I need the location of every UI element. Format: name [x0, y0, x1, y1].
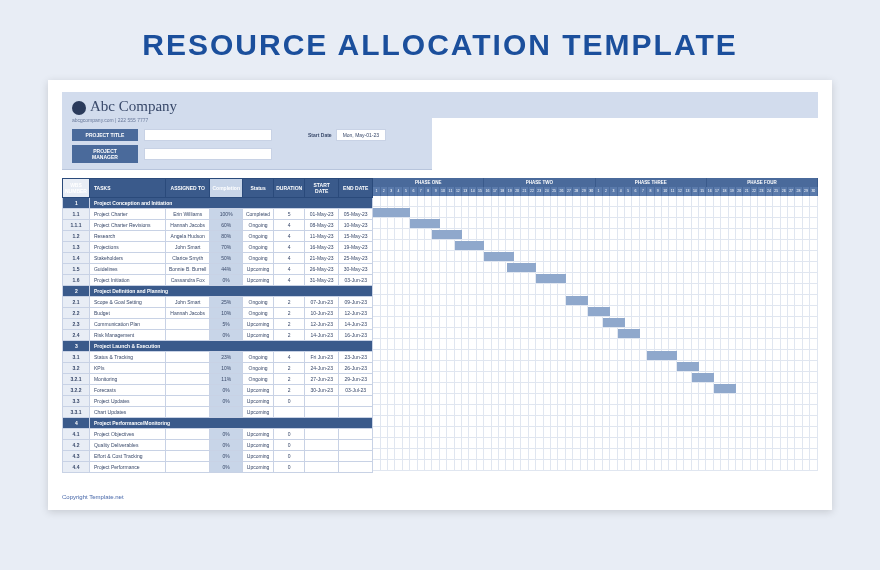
table-row[interactable]: 2.3Communication Plan5%Upcoming212-Jun-2… — [63, 319, 373, 330]
section-title: Project Definition and Planning — [89, 286, 372, 297]
table-row[interactable]: 4.2Quality Deliverables0%Upcoming0 — [63, 440, 373, 451]
gantt-row — [373, 240, 818, 251]
table-row[interactable]: 1.2ResearchAngela Hudson80%Ongoing411-Ma… — [63, 231, 373, 242]
table-row[interactable]: 3.3Project Updates0%Upcoming0 — [63, 396, 373, 407]
section-wbs: 4 — [63, 418, 90, 429]
table-row[interactable]: 1.1.1Project Charter RevisionsHannah Jac… — [63, 220, 373, 231]
gantt-row — [373, 427, 818, 438]
section-title: Project Performance/Monitoring — [89, 418, 372, 429]
gantt-grid — [373, 196, 818, 471]
table-row[interactable]: 1.4StakeholdersClarice Smyth50%Ongoing42… — [63, 253, 373, 264]
project-manager-label: PROJECT MANAGER — [72, 145, 138, 163]
project-manager-input[interactable] — [144, 148, 272, 160]
gantt-row — [373, 405, 818, 416]
table-row[interactable]: 1.6Project InitiationCassandra Fox0%Upco… — [63, 275, 373, 286]
project-title-input[interactable] — [144, 129, 272, 141]
phase-label: PHASE FOUR — [707, 178, 818, 187]
gantt-bar[interactable] — [647, 351, 677, 360]
gantt-row — [373, 196, 818, 207]
col-assigned: ASSIGNED TO — [165, 179, 210, 198]
gantt-row — [373, 383, 818, 394]
table-row[interactable]: 1.1Project CharterErin Williams100%Compl… — [63, 209, 373, 220]
gantt-row — [373, 295, 818, 306]
section-title: Project Launch & Execution — [89, 341, 372, 352]
gantt-bar[interactable] — [714, 384, 736, 393]
section-wbs: 2 — [63, 286, 90, 297]
table-row[interactable]: 2.1Scope & Goal SettingJohn Smart25%Ongo… — [63, 297, 373, 308]
page-title: RESOURCE ALLOCATION TEMPLATE — [0, 0, 880, 80]
table-row[interactable]: 3.1Status & Tracking23%Ongoing4Fri Jun-2… — [63, 352, 373, 363]
gantt-row — [373, 416, 818, 427]
gantt-bar[interactable] — [455, 241, 485, 250]
gantt-row — [373, 361, 818, 372]
company-subtitle: abcgcompany.com | 222 555 7777 — [72, 117, 422, 123]
table-row[interactable]: 3.2KPIs10%Ongoing224-Jun-2326-Jun-23 — [63, 363, 373, 374]
section-title: Project Conception and Initiation — [89, 198, 372, 209]
spreadsheet-sheet: Abc Company abcgcompany.com | 222 555 77… — [48, 80, 832, 510]
gantt-bar[interactable] — [692, 373, 714, 382]
col-status: Status — [242, 179, 273, 198]
table-row[interactable]: 3.2.2Forecasts0%Upcoming230-Jun-2303-Jul… — [63, 385, 373, 396]
table-row[interactable]: 2.2BudgetHannah Jacobs10%Ongoing210-Jun-… — [63, 308, 373, 319]
company-name: Abc Company — [90, 98, 177, 114]
company-header: Abc Company abcgcompany.com | 222 555 77… — [62, 92, 432, 170]
table-row[interactable]: 1.5GuidelinesBonnie B. Burrell44%Upcomin… — [63, 264, 373, 275]
gantt-bar[interactable] — [536, 274, 566, 283]
gantt-bar[interactable] — [410, 219, 440, 228]
gantt-bar[interactable] — [484, 252, 514, 261]
gantt-bar[interactable] — [618, 329, 640, 338]
table-row[interactable]: 4.1Project Objectives0%Upcoming0 — [63, 429, 373, 440]
copyright-footer: Copyright Template.net — [62, 494, 124, 500]
gantt-row — [373, 251, 818, 262]
gantt-row — [373, 229, 818, 240]
gantt-row — [373, 372, 818, 383]
phase-label: PHASE TWO — [484, 178, 595, 187]
task-table: WBS NUMBER TASKS ASSIGNED TO Completion … — [62, 178, 373, 473]
start-date-value[interactable]: Mon, May-01-23 — [336, 129, 386, 141]
gantt-row — [373, 273, 818, 284]
gantt-bar[interactable] — [432, 230, 462, 239]
col-tasks: TASKS — [89, 179, 165, 198]
gantt-bar[interactable] — [373, 208, 410, 217]
gantt-bar[interactable] — [507, 263, 537, 272]
gantt-bar[interactable] — [603, 318, 625, 327]
table-row[interactable]: 3.3.1Chart UpdatesUpcoming — [63, 407, 373, 418]
col-duration: DURATION — [274, 179, 305, 198]
table-row[interactable]: 4.4Project Performance0%Upcoming0 — [63, 462, 373, 473]
gantt-bar[interactable] — [566, 296, 588, 305]
gantt-bar[interactable] — [677, 362, 699, 371]
gantt-row — [373, 284, 818, 295]
table-row[interactable]: 2.4Risk Management0%Upcoming214-Jun-2316… — [63, 330, 373, 341]
section-wbs: 1 — [63, 198, 90, 209]
phase-tab-bg — [432, 92, 818, 118]
gantt-row — [373, 438, 818, 449]
logo-icon — [72, 101, 86, 115]
gantt-chart: PHASE ONEPHASE TWOPHASE THREEPHASE FOUR … — [373, 178, 818, 473]
col-end: END DATE — [339, 179, 373, 198]
start-date-label: Start Date — [308, 132, 332, 138]
section-wbs: 3 — [63, 341, 90, 352]
phase-label: PHASE ONE — [373, 178, 484, 187]
gantt-row — [373, 350, 818, 361]
table-row[interactable]: 4.3Effort & Cost Tracking0%Upcoming0 — [63, 451, 373, 462]
project-title-label: PROJECT TITLE — [72, 129, 138, 141]
gantt-bar[interactable] — [588, 307, 610, 316]
day-header: 1234567891011121314151617181920212223242… — [373, 187, 818, 196]
gantt-row — [373, 306, 818, 317]
gantt-row — [373, 262, 818, 273]
gantt-row — [373, 218, 818, 229]
phase-header: PHASE ONEPHASE TWOPHASE THREEPHASE FOUR — [373, 178, 818, 187]
table-header-row: WBS NUMBER TASKS ASSIGNED TO Completion … — [63, 179, 373, 198]
gantt-row — [373, 207, 818, 218]
gantt-row — [373, 449, 818, 460]
gantt-row — [373, 328, 818, 339]
col-wbs: WBS NUMBER — [63, 179, 90, 198]
gantt-row — [373, 339, 818, 350]
gantt-row — [373, 460, 818, 471]
table-row[interactable]: 1.3ProjectionsJohn Smart70%Ongoing416-Ma… — [63, 242, 373, 253]
gantt-row — [373, 317, 818, 328]
col-start: START DATE — [305, 179, 339, 198]
phase-label: PHASE THREE — [596, 178, 707, 187]
gantt-row — [373, 394, 818, 405]
table-row[interactable]: 3.2.1Monitoring11%Ongoing227-Jun-2329-Ju… — [63, 374, 373, 385]
